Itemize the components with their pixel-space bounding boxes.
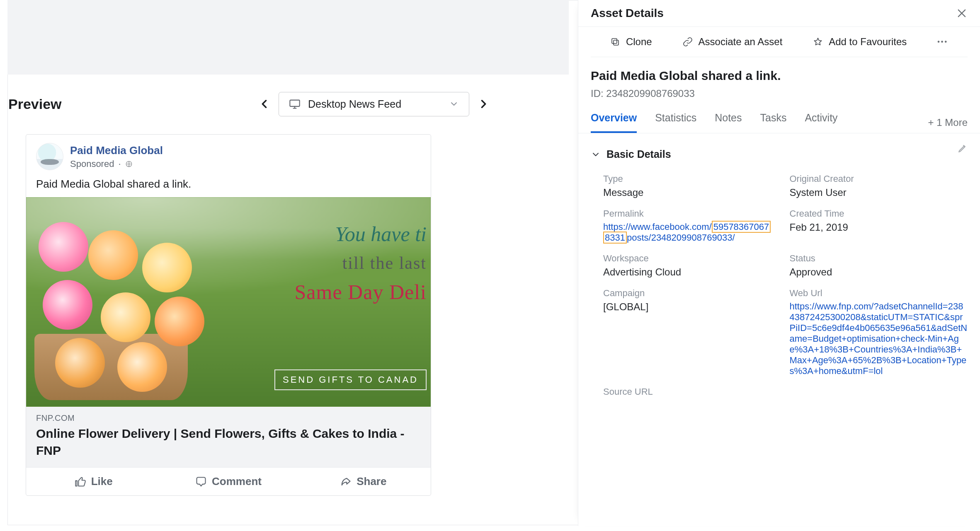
ad-title: Online Flower Delivery | Send Flowers, G… (36, 425, 421, 459)
tab-activity[interactable]: Activity (805, 112, 837, 133)
share-button[interactable]: Share (296, 468, 431, 495)
feed-select-label: Desktop News Feed (308, 98, 401, 110)
svg-rect-2 (612, 39, 617, 43)
web-url-link[interactable]: https://www.fnp.com/?adsetChannelId=2384… (790, 301, 968, 377)
preview-next-button[interactable] (478, 98, 489, 110)
close-icon (956, 7, 968, 19)
chevron-right-icon (478, 98, 489, 110)
like-icon (75, 476, 86, 488)
image-overlay-line3: Same Day Deli (295, 280, 427, 304)
associate-label: Associate an Asset (699, 36, 783, 48)
chevron-left-icon (259, 98, 270, 110)
link-icon (683, 37, 693, 47)
page-name-link[interactable]: Paid Media Global (70, 144, 163, 157)
field-campaign: Campaign [GLOBAL] (603, 288, 781, 377)
tab-overview[interactable]: Overview (591, 112, 637, 133)
dot-separator: · (118, 159, 121, 169)
ad-image[interactable]: You have ti till the last Same Day Deli … (26, 197, 431, 407)
basic-details-grid: Type Message Original Creator System Use… (578, 163, 980, 404)
desktop-icon (289, 98, 301, 110)
share-label: Share (357, 475, 386, 488)
panel-title: Asset Details (591, 7, 664, 20)
tab-more[interactable]: + 1 More (928, 117, 968, 128)
associate-asset-button[interactable]: Associate an Asset (683, 36, 783, 48)
field-web-url: Web Url https://www.fnp.com/?adsetChanne… (790, 288, 968, 377)
preview-title: Preview (8, 96, 62, 112)
clone-icon (610, 37, 620, 47)
comment-button[interactable]: Comment (161, 468, 296, 495)
field-original-creator: Original Creator System User (790, 174, 968, 198)
asset-id: ID: 2348209908769033 (591, 88, 968, 99)
field-created-time: Created Time Feb 21, 2019 (790, 208, 968, 243)
asset-details-panel: Asset Details Clone Associate an Asset A… (578, 0, 980, 526)
preview-panel: Preview Desktop News Feed (8, 75, 489, 522)
like-button[interactable]: Like (26, 468, 161, 495)
globe-icon (125, 160, 133, 168)
preview-prev-button[interactable] (259, 98, 270, 110)
more-actions-button[interactable]: ••• (937, 38, 948, 46)
like-label: Like (91, 475, 113, 488)
comment-icon (195, 476, 207, 488)
asset-name: Paid Media Global shared a link. (591, 69, 968, 83)
ad-body-text: Paid Media Global shared a link. (26, 170, 431, 197)
ellipsis-icon: ••• (937, 38, 948, 45)
field-workspace: Workspace Advertising Cloud (603, 253, 781, 278)
field-permalink: Permalink https://www.facebook.com/59578… (603, 208, 781, 243)
comment-label: Comment (212, 475, 262, 488)
tab-tasks[interactable]: Tasks (760, 112, 787, 133)
edit-basic-details-button[interactable] (958, 143, 968, 153)
field-type: Type Message (603, 174, 781, 198)
page-avatar[interactable] (36, 143, 63, 170)
tab-statistics[interactable]: Statistics (655, 112, 696, 133)
add-favourites-button[interactable]: Add to Favourites (813, 36, 907, 48)
pencil-icon (958, 143, 968, 153)
bouquet-graphic (26, 205, 233, 396)
clone-button[interactable]: Clone (610, 36, 652, 48)
clone-label: Clone (626, 36, 652, 48)
image-overlay-cta: SEND GIFTS TO CANAD (274, 369, 427, 390)
permalink-highlight: 59578367067 (712, 221, 771, 233)
image-overlay-line1: You have ti (335, 222, 427, 246)
section-basic-details: Basic Details (606, 148, 671, 160)
image-overlay-line2: till the last (342, 253, 427, 273)
sponsored-label: Sponsored (70, 159, 114, 169)
favourite-label: Add to Favourites (829, 36, 907, 48)
chevron-down-icon (449, 99, 459, 109)
close-button[interactable] (956, 7, 968, 19)
share-icon (340, 476, 352, 488)
tab-notes[interactable]: Notes (715, 112, 742, 133)
star-icon (813, 37, 823, 47)
ad-link-block[interactable]: FNP.COM Online Flower Delivery | Send Fl… (26, 407, 431, 467)
field-status: Status Approved (790, 253, 968, 278)
permalink-highlight: 8331 (603, 232, 627, 244)
field-source-url: Source URL (603, 386, 781, 397)
ad-preview-card: Paid Media Global Sponsored · Paid Media… (26, 134, 431, 496)
chevron-down-icon[interactable] (591, 150, 601, 159)
feed-select[interactable]: Desktop News Feed (279, 92, 469, 116)
ad-domain: FNP.COM (36, 413, 421, 423)
permalink-link[interactable]: https://www.facebook.com/595783670678331… (603, 222, 781, 243)
svg-rect-0 (290, 100, 299, 106)
svg-rect-3 (614, 40, 619, 45)
tabs: Overview Statistics Notes Tasks Activity… (578, 102, 980, 133)
